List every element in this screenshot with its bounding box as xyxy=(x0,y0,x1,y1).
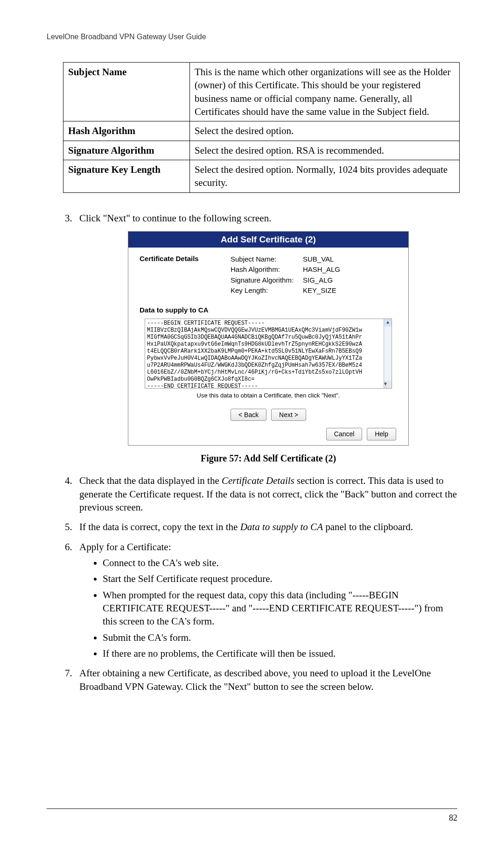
scroll-up-icon[interactable]: ▲ xyxy=(384,319,392,326)
italic-term: Data to supply to CA xyxy=(240,521,323,532)
csr-textarea[interactable]: -----BEGIN CERTIFICATE REQUEST----- MIIB… xyxy=(145,319,392,389)
param-desc: Select the desired option. xyxy=(190,121,460,141)
figure-caption: Figure 57: Add Self Certificate (2) xyxy=(79,452,457,465)
help-button[interactable]: Help xyxy=(367,428,396,440)
footer-rule xyxy=(47,808,457,809)
field-key: Key Length: xyxy=(231,285,303,296)
table-row: Hash Algorithm Select the desired option… xyxy=(63,121,460,141)
italic-term: Certificate Details xyxy=(222,475,294,486)
step6-bullets: Connect to the CA's web site. Start the … xyxy=(79,556,457,660)
step-7: After obtaining a new Certificate, as de… xyxy=(75,667,457,693)
bullet-item: Start the Self Certificate request proce… xyxy=(103,572,457,585)
table-row: Signature Key Length Select the desired … xyxy=(63,160,460,193)
dialog-title: Add Self Certificate (2) xyxy=(128,232,408,248)
add-self-cert-dialog: Add Self Certificate (2) Certificate Det… xyxy=(128,231,409,446)
steps-list: Click "Next" to continue to the followin… xyxy=(47,212,457,693)
param-label: Signature Key Length xyxy=(63,160,190,193)
field-key: Signature Algorithm: xyxy=(231,275,303,286)
step-6: Apply for a Certificate: Connect to the … xyxy=(75,540,457,660)
field-val: KEY_SIZE xyxy=(303,286,336,294)
step-4: Check that the data displayed in the Cer… xyxy=(75,474,457,514)
scrollbar[interactable]: ▲▼ xyxy=(384,319,392,388)
table-row: Subject Name This is the name which othe… xyxy=(63,63,460,121)
cert-details-section: Certificate Details Subject Name:SUB_VAL… xyxy=(140,254,397,296)
param-desc: Select the desired option. RSA is recomm… xyxy=(190,141,460,160)
field-val: SUB_VAL xyxy=(303,255,334,263)
dialog-body: Certificate Details Subject Name:SUB_VAL… xyxy=(128,248,408,446)
action-button-row: Cancel Help xyxy=(140,426,397,440)
field-val: HASH_ALG xyxy=(303,265,340,273)
hint-text: Use this data to obtain a Certificate, t… xyxy=(140,391,397,400)
scroll-down-icon[interactable]: ▼ xyxy=(384,381,387,388)
page-number: 82 xyxy=(449,813,457,823)
csr-text: -----BEGIN CERTIFICATE REQUEST----- MIIB… xyxy=(147,320,362,389)
parameter-table: Subject Name This is the name which othe… xyxy=(63,62,460,193)
step-5: If the data is correct, copy the text in… xyxy=(75,520,457,533)
cancel-button[interactable]: Cancel xyxy=(326,428,363,440)
data-supply-label: Data to supply to CA xyxy=(140,305,397,315)
param-desc: This is the name which other organizatio… xyxy=(190,63,460,121)
field-val: SIG_ALG xyxy=(303,276,333,284)
page: LevelOne Broadband VPN Gateway User Guid… xyxy=(0,0,504,851)
field-key: Subject Name: xyxy=(231,254,303,265)
param-label: Hash Algorithm xyxy=(63,121,190,141)
step-3: Click "Next" to continue to the followin… xyxy=(75,212,457,465)
scroll-track[interactable] xyxy=(384,326,392,381)
next-button[interactable]: Next > xyxy=(271,409,306,421)
bullet-item: If there are no problems, the Certificat… xyxy=(103,647,457,660)
cert-details-label: Certificate Details xyxy=(140,254,231,296)
param-label: Signature Algorithm xyxy=(63,141,190,160)
param-label: Subject Name xyxy=(63,63,190,121)
running-header: LevelOne Broadband VPN Gateway User Guid… xyxy=(47,33,457,41)
bullet-item: When prompted for the request data, copy… xyxy=(103,589,457,628)
param-desc: Select the desired option. Normally, 102… xyxy=(190,160,460,193)
bullet-item: Connect to the CA's web site. xyxy=(103,556,457,569)
table-row: Signature Algorithm Select the desired o… xyxy=(63,141,460,160)
cert-details-values: Subject Name:SUB_VAL Hash Algorithm:HASH… xyxy=(231,254,340,296)
back-button[interactable]: < Back xyxy=(231,409,266,421)
field-key: Hash Algorithm: xyxy=(231,264,303,275)
nav-button-row: < Back Next > xyxy=(140,407,397,421)
bullet-item: Submit the CA's form. xyxy=(103,631,457,644)
